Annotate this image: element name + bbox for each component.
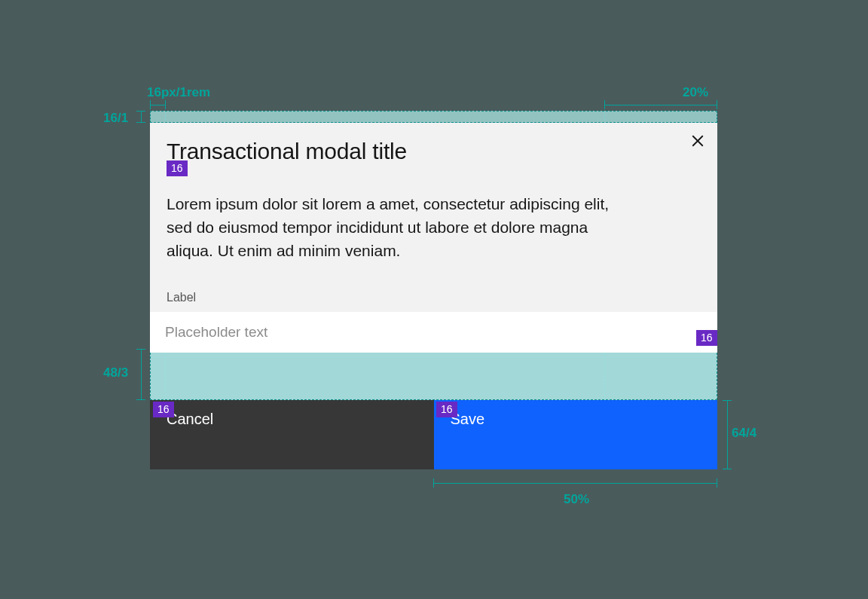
px-badge-save: 16 [436, 402, 457, 417]
input-placeholder: Placeholder text [165, 324, 267, 341]
close-icon [691, 134, 704, 151]
anno-top-right: 20% [683, 85, 708, 100]
cancel-button[interactable]: Cancel [150, 400, 434, 469]
bottom-gap-highlight [150, 349, 717, 400]
close-button[interactable] [689, 133, 707, 151]
ruler-top-right [604, 100, 717, 109]
ruler-left-48 [136, 349, 145, 400]
anno-right-64: 64/4 [732, 426, 756, 441]
input-label: Label [167, 291, 705, 304]
ruler-left-16 [136, 111, 145, 123]
anno-top-left: 16px/1rem [147, 85, 210, 100]
px-badge-cancel: 16 [153, 402, 174, 417]
anno-left-16: 16/1 [103, 111, 128, 126]
px-badge-under-title: 16 [167, 160, 188, 176]
text-input[interactable]: Placeholder text [150, 312, 717, 353]
anno-bottom-50: 50% [564, 492, 589, 507]
px-badge-input-right: 16 [696, 330, 717, 346]
modal-footer: Cancel Save [150, 400, 717, 469]
save-button[interactable]: Save [434, 400, 718, 469]
modal-card: Transactional modal title Lorem ipsum do… [150, 123, 717, 349]
ruler-right-64 [723, 400, 732, 469]
anno-left-48: 48/3 [103, 365, 128, 380]
modal-body-text: Lorem ipsum dolor sit lorem a amet, cons… [167, 192, 611, 262]
top-padding-highlight [150, 111, 717, 123]
modal-title: Transactional modal title [167, 138, 705, 165]
ruler-top-left [150, 100, 166, 109]
ruler-bottom-50 [433, 478, 717, 487]
